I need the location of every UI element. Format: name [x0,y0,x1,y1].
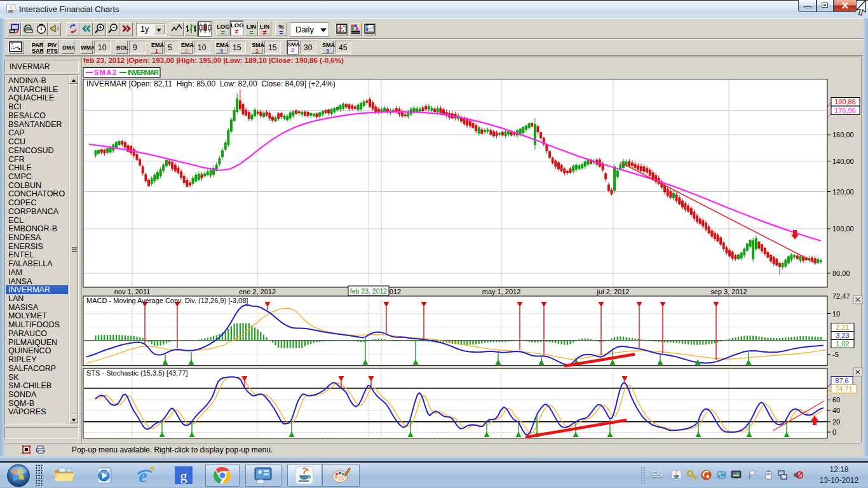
svg-text:feb 23, 2012: feb 23, 2012 [350,287,388,295]
svg-text:74,71: 74,71 [835,385,853,393]
svg-text:g: g [180,468,187,484]
svg-text:e: e [139,465,147,485]
svg-text:0: 0 [832,428,836,436]
svg-text:INVERMAR [Open: 82,11 High: 8: INVERMAR [Open: 82,11 High: 85,00 Low: 8… [86,79,336,88]
svg-text:190,86: 190,86 [834,98,856,105]
svg-text:80,00: 80,00 [832,269,850,277]
svg-text:MACD - Moving Average Conv. Di: MACD - Moving Average Conv. Div. (12,26,… [86,297,248,304]
svg-text:60: 60 [832,396,840,403]
svg-text:176,96: 176,96 [834,107,856,114]
svg-text:87,6: 87,6 [835,377,848,384]
svg-text:STS - Stochastic (15,3,5) [43,: STS - Stochastic (15,3,5) [43,77] [86,369,188,377]
svg-text:2,21: 2,21 [836,323,849,331]
svg-text:INVERMAR: INVERMAR [128,69,159,76]
svg-text:10: 10 [832,310,840,318]
svg-text:3,23: 3,23 [836,332,849,339]
svg-text:40: 40 [832,407,840,414]
svg-text:160,00: 160,00 [832,131,854,139]
svg-text:may 1, 2012: may 1, 2012 [482,288,521,295]
svg-text:20: 20 [832,418,840,426]
svg-text:nov 1, 2011: nov 1, 2011 [114,288,151,295]
svg-text:jul 2, 2012: jul 2, 2012 [597,288,630,295]
svg-text:72,47: 72,47 [832,292,850,300]
svg-text:120,00: 120,00 [832,188,854,196]
svg-text:feb 23, 2012 |Open: 193,00 |Hi: feb 23, 2012 |Open: 193,00 |High: 195,00… [83,57,344,64]
svg-text:012: 012 [390,288,401,295]
svg-text:sep 3, 2012: sep 3, 2012 [710,288,747,295]
svg-text:SMA2: SMA2 [94,69,116,76]
svg-text:1,02: 1,02 [836,340,849,348]
svg-text:ene 2, 2012: ene 2, 2012 [239,288,276,295]
svg-text:-5: -5 [832,351,839,358]
svg-text:100,00: 100,00 [832,225,854,233]
svg-text:140,00: 140,00 [832,158,854,165]
